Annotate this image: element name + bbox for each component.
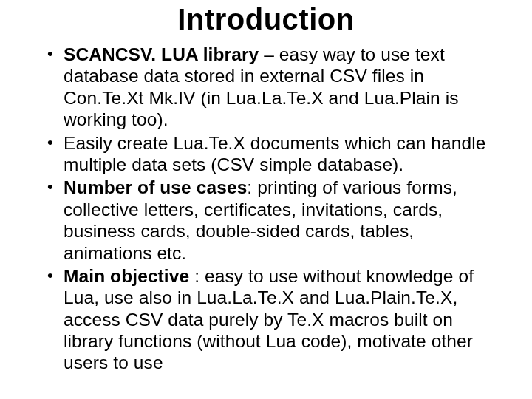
bullet-bold: SCANCSV. LUA library [64,44,259,64]
bullet-text: Easily create Lua.Te.X documents which c… [64,133,485,174]
slide: Introduction SCANCSV. LUA library – easy… [0,0,532,399]
list-item: Easily create Lua.Te.X documents which c… [47,132,502,176]
list-item: SCANCSV. LUA library – easy way to use t… [47,44,502,131]
list-item: Number of use cases: printing of various… [47,177,502,264]
slide-title: Introduction [30,3,502,36]
bullet-bold: Main objective [64,266,194,286]
list-item: Main objective : easy to use without kno… [47,265,502,374]
bullet-list: SCANCSV. LUA library – easy way to use t… [30,44,502,374]
bullet-bold: Number of use cases [64,177,247,197]
